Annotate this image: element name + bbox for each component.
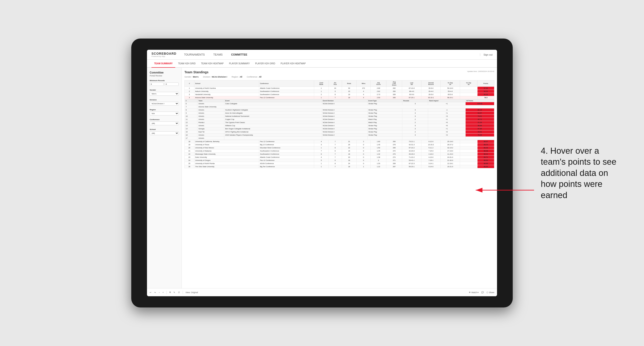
conference-select[interactable]: (All): [150, 122, 179, 125]
exp-team: Univers: [198, 124, 224, 127]
app-logo: SCOREBOARD: [152, 52, 176, 55]
subnav-team-h2h-heatmap[interactable]: TEAM H2H HEATMAP: [198, 60, 226, 68]
exp-div: [322, 137, 367, 140]
exp-event: National Invitational Tournament: [224, 115, 322, 118]
division-section: Division NCAA Division I: [150, 99, 179, 106]
table-row: 25 University of North Florida ASUN Conf…: [185, 162, 494, 165]
division-label: Division: [150, 99, 179, 101]
zoom-out-button[interactable]: −: [159, 291, 160, 294]
exp-points: 43.01: [466, 130, 494, 134]
points-cell[interactable]: 88.41: [478, 153, 494, 156]
exp-rounds: 2: [402, 121, 428, 124]
min-rounds-section: Minimum Rounds: [150, 80, 179, 86]
exp-div: NCAA Division I: [322, 124, 367, 127]
points-cell[interactable]: 93.31: [478, 90, 494, 93]
undo-button[interactable]: ↩: [150, 291, 152, 294]
subnav-team-h2h-grid[interactable]: TEAM H2H GRID: [175, 60, 198, 68]
committee-portal-title: Committee: [150, 71, 179, 74]
col-overall: OverallRecord: [422, 80, 441, 87]
col-no-tour: NoTour: [328, 80, 342, 87]
expanded-data-row: 6 Univers Cabo Collegiate NCAA Division …: [185, 102, 494, 105]
min-rounds-input1[interactable]: [150, 82, 164, 86]
nav-teams[interactable]: TEAMS: [212, 50, 224, 60]
gender-select[interactable]: Men's Women's: [150, 92, 179, 96]
points-cell[interactable]: 88.07: [478, 140, 494, 143]
exp-rank: +0: [428, 124, 466, 127]
adj-score-cell: 2.86: [371, 87, 386, 90]
exp-rounds: 3: [402, 108, 428, 112]
exp-col-rounds: Rounds: [402, 100, 428, 102]
filter-row: Gender: Men's Division: NCAA Division I …: [184, 76, 494, 78]
gender-section: Gender Men's Women's: [150, 89, 179, 96]
exp-div: NCAA Division I: [322, 115, 367, 118]
rank-cell: 1: [185, 87, 194, 90]
subnav-player-summary[interactable]: PLAYER SUMMARY: [226, 60, 252, 68]
share-button[interactable]: ⬡ Share: [486, 291, 494, 294]
col-vs50: Vs Top50: [460, 80, 477, 87]
low-sg-cell: 67-10-0: [402, 87, 422, 90]
points-cell[interactable]: 97.02: [478, 87, 494, 90]
clock-button[interactable]: ⏱: [178, 291, 180, 294]
subnav-player-h2h-grid[interactable]: PLAYER H2H GRID: [252, 60, 278, 68]
table-row: 20 University of New Mexico Mountain Wes…: [185, 146, 494, 150]
exp-type: Stroke Play: [367, 102, 402, 105]
points-cell[interactable]: 88.89: [478, 162, 494, 165]
points-cell[interactable]: 90.22: [478, 93, 494, 96]
points-cell[interactable]: 88.70: [478, 143, 494, 146]
exp-type: Match Play: [367, 121, 402, 124]
points-cell[interactable]: 88.94: [478, 165, 494, 168]
adj-score-cell: 2.73: [371, 93, 386, 96]
nav-committee[interactable]: COMMITTEE: [230, 50, 248, 60]
exp-points: 97.86: [466, 127, 494, 130]
exp-rounds: 3: [402, 127, 428, 130]
filter-division-value: NCAA Division I: [212, 76, 227, 78]
exp-rounds: 3: [402, 134, 428, 137]
exp-points: 84.97: [466, 112, 494, 115]
overall-cell: 29-5-0: [422, 93, 441, 96]
school-cell: Vanderbilt University: [194, 93, 259, 96]
col-school: School: [194, 80, 259, 87]
table-row: 1 University of North Carolina Atlantic …: [185, 87, 494, 90]
min-rounds-input2[interactable]: [164, 82, 178, 86]
expanded-data-row: 15 East Ter OFCC Fighting Illini Invitat…: [185, 130, 494, 134]
filter-division: Division: NCAA Division I: [203, 76, 227, 78]
points-cell[interactable]: 88.48: [478, 150, 494, 153]
avg-low-cell: 269: [386, 93, 402, 96]
rnds-cell: 18: [342, 96, 356, 99]
subnav-team-summary[interactable]: TEAM SUMMARY: [152, 60, 175, 68]
vs50-cell: [460, 96, 477, 99]
subnav-player-h2h-heatmap[interactable]: PLAYER H2H HEATMAP: [278, 60, 308, 68]
division-select[interactable]: NCAA Division I: [150, 102, 179, 106]
exp-num: 10: [185, 115, 198, 118]
exp-rank: +0: [428, 134, 466, 137]
watch-button[interactable]: 👁 Watch ▾: [469, 291, 478, 294]
zoom-in-button[interactable]: +: [162, 291, 164, 294]
exp-event: Ben Hogan Collegiate Invitational: [224, 127, 322, 130]
school-select[interactable]: (All): [150, 131, 179, 135]
sub-nav: TEAM SUMMARY TEAM H2H GRID TEAM H2H HEAT…: [147, 60, 497, 68]
points-cell[interactable]: 88.54: [478, 159, 494, 162]
sign-out-button[interactable]: Sign out: [480, 53, 492, 56]
conf-cell: Pac-12 Conference: [259, 96, 314, 99]
wins-cell: 4: [356, 90, 370, 93]
view-original-button[interactable]: View: Original: [186, 291, 198, 294]
points-cell-highlighted[interactable]: 78.5: [478, 96, 494, 99]
redo-button[interactable]: ↪: [154, 291, 156, 294]
copy-button[interactable]: ⧉: [170, 291, 171, 294]
points-cell[interactable]: 88.71: [478, 156, 494, 159]
tablet-screen: SCOREBOARD Powered by clipp TOURNAMENTS …: [147, 50, 497, 296]
expanded-table: # Team Event Event Division Event Type R…: [185, 99, 494, 140]
pen-button[interactable]: ✎: [174, 291, 175, 294]
adj-score-cell: 2.50: [371, 96, 386, 99]
gender-label: Gender: [150, 89, 179, 91]
exp-num: 11: [185, 118, 198, 121]
points-cell[interactable]: 88.49: [478, 146, 494, 150]
feedback-button[interactable]: 💬: [481, 291, 484, 294]
nav-tournaments[interactable]: TOURNAMENTS: [183, 50, 206, 60]
exp-rounds: 2: [402, 130, 428, 134]
top-nav: SCOREBOARD Powered by clipp TOURNAMENTS …: [147, 50, 497, 60]
region-select[interactable]: N/A: [150, 112, 179, 115]
main-nav: TOURNAMENTS TEAMS COMMITTEE: [183, 50, 480, 60]
exp-event: The Cypress Point Classic: [224, 121, 322, 124]
exp-div: NCAA Division I: [322, 102, 367, 105]
